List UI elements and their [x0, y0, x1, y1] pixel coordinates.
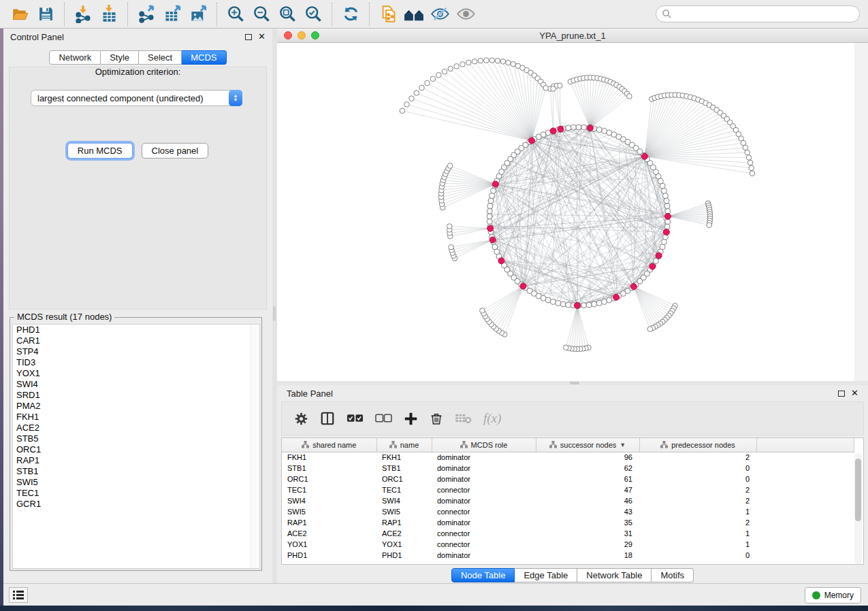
- close-panel-button[interactable]: Close panel: [142, 143, 209, 159]
- search-field[interactable]: [656, 5, 860, 22]
- delete-icon[interactable]: [430, 408, 443, 429]
- list-item[interactable]: FKH1: [13, 412, 259, 423]
- network-graph[interactable]: [277, 43, 854, 381]
- list-item[interactable]: SWI5: [13, 477, 259, 488]
- cell[interactable]: connector: [432, 528, 536, 539]
- cell[interactable]: 0: [639, 550, 756, 561]
- cell[interactable]: dominator: [432, 495, 536, 506]
- tab-network[interactable]: Network: [49, 50, 101, 65]
- cell[interactable]: 96: [536, 452, 639, 463]
- cell[interactable]: 2: [639, 484, 756, 495]
- hide-selected-icon[interactable]: [430, 4, 450, 24]
- show-all-icon[interactable]: [455, 4, 476, 24]
- close-panel-icon[interactable]: ✕: [258, 33, 266, 40]
- memory-button[interactable]: Memory: [805, 587, 861, 604]
- table-row[interactable]: ACE2ACE2connector311: [282, 528, 854, 539]
- export-network-icon[interactable]: [136, 4, 157, 24]
- first-neighbors-icon[interactable]: [404, 4, 424, 24]
- duplicate-network-icon[interactable]: [378, 4, 398, 24]
- tab-select[interactable]: Select: [139, 50, 182, 65]
- tab-mcds[interactable]: MCDS: [182, 50, 226, 65]
- list-item[interactable]: PMA2: [13, 401, 259, 412]
- open-session-icon[interactable]: [10, 4, 30, 24]
- import-network-icon[interactable]: [73, 4, 93, 24]
- table-row[interactable]: FKH1FKH1dominator962: [282, 452, 854, 463]
- table-row[interactable]: SWI5SWI5connector431: [282, 506, 854, 517]
- save-session-icon[interactable]: [35, 4, 56, 24]
- refresh-icon[interactable]: [340, 4, 361, 24]
- cell[interactable]: STB1: [282, 463, 376, 474]
- close-panel-icon[interactable]: ✕: [851, 390, 858, 397]
- list-item[interactable]: STB5: [13, 433, 259, 444]
- add-icon[interactable]: [404, 408, 418, 429]
- search-input[interactable]: [672, 7, 859, 21]
- criterion-dropdown[interactable]: largest connected component (undirected)…: [31, 90, 242, 106]
- tab-style[interactable]: Style: [101, 50, 139, 65]
- select-all-icon[interactable]: [347, 408, 364, 429]
- cell[interactable]: 1: [639, 528, 756, 539]
- table-row[interactable]: SWI4SWI4dominator462: [282, 495, 854, 506]
- delete-table-icon[interactable]: [455, 408, 472, 429]
- cell[interactable]: dominator: [432, 474, 536, 484]
- cell[interactable]: 2: [639, 495, 756, 506]
- column-header-MCDS-role[interactable]: MCDS role: [432, 438, 536, 452]
- tab-motifs[interactable]: Motifs: [652, 568, 694, 582]
- list-item[interactable]: STB1: [13, 466, 259, 477]
- cell[interactable]: RAP1: [376, 517, 432, 528]
- table-options-icon[interactable]: [294, 408, 308, 429]
- list-item[interactable]: CAR1: [13, 335, 259, 346]
- cell[interactable]: YOX1: [376, 539, 432, 550]
- cell[interactable]: PHD1: [282, 550, 376, 561]
- cell[interactable]: 1: [639, 539, 756, 550]
- list-item[interactable]: YOX1: [13, 368, 259, 379]
- column-header-predecessor-nodes[interactable]: predecessor nodes: [639, 438, 756, 452]
- function-builder-icon[interactable]: f(x): [483, 408, 501, 429]
- list-item[interactable]: STP4: [13, 346, 259, 357]
- list-item[interactable]: PHD1: [13, 325, 259, 335]
- list-item[interactable]: ORC1: [13, 444, 259, 455]
- cell[interactable]: 2: [639, 517, 756, 528]
- cell[interactable]: PHD1: [376, 550, 432, 561]
- cell[interactable]: 46: [536, 495, 639, 506]
- task-history-button[interactable]: [9, 587, 28, 603]
- cell[interactable]: FKH1: [376, 452, 432, 463]
- cell[interactable]: dominator: [432, 517, 536, 528]
- mcds-result-list[interactable]: PHD1CAR1STP4TID3YOX1SWI4SRD1PMA2FKH1ACE2…: [12, 324, 260, 569]
- import-table-icon[interactable]: [99, 4, 119, 24]
- network-canvas[interactable]: [277, 43, 854, 381]
- cell[interactable]: 18: [536, 550, 639, 561]
- cell[interactable]: dominator: [432, 550, 536, 561]
- column-header-name[interactable]: name: [376, 438, 432, 452]
- tab-node-table[interactable]: Node Table: [451, 568, 515, 582]
- table-row[interactable]: PHD1PHD1dominator180: [282, 550, 854, 561]
- cell[interactable]: connector: [432, 506, 536, 517]
- cell[interactable]: 62: [536, 463, 639, 474]
- column-header-successor-nodes[interactable]: successor nodes▼: [536, 438, 639, 452]
- float-panel-icon[interactable]: [245, 34, 252, 40]
- cell[interactable]: connector: [432, 484, 536, 495]
- column-header-shared-name[interactable]: shared name: [282, 438, 376, 452]
- cell[interactable]: connector: [432, 539, 536, 550]
- float-panel-icon[interactable]: [838, 391, 845, 397]
- cell[interactable]: 47: [536, 484, 639, 495]
- tab-edge-table[interactable]: Edge Table: [515, 568, 577, 582]
- list-item[interactable]: RAP1: [13, 455, 259, 466]
- tab-network-table[interactable]: Network Table: [577, 568, 652, 582]
- run-mcds-button[interactable]: Run MCDS: [67, 143, 133, 159]
- cell[interactable]: ACE2: [282, 528, 376, 539]
- list-item[interactable]: SWI4: [13, 379, 259, 390]
- cell[interactable]: SWI5: [282, 506, 376, 517]
- cell[interactable]: SWI4: [376, 495, 432, 506]
- cell[interactable]: 35: [536, 517, 639, 528]
- cell[interactable]: SWI4: [282, 495, 376, 506]
- zoom-fit-icon[interactable]: [277, 4, 298, 24]
- table-row[interactable]: YOX1YOX1connector291: [282, 539, 854, 550]
- list-item[interactable]: SRD1: [13, 390, 259, 401]
- cell[interactable]: STB1: [376, 463, 432, 474]
- table-row[interactable]: TEC1TEC1connector472: [282, 484, 854, 495]
- cell[interactable]: 0: [639, 463, 756, 474]
- cell[interactable]: 43: [536, 506, 639, 517]
- table-row[interactable]: RAP1RAP1dominator352: [282, 517, 854, 528]
- cell[interactable]: 1: [639, 506, 756, 517]
- cell[interactable]: ORC1: [282, 474, 376, 484]
